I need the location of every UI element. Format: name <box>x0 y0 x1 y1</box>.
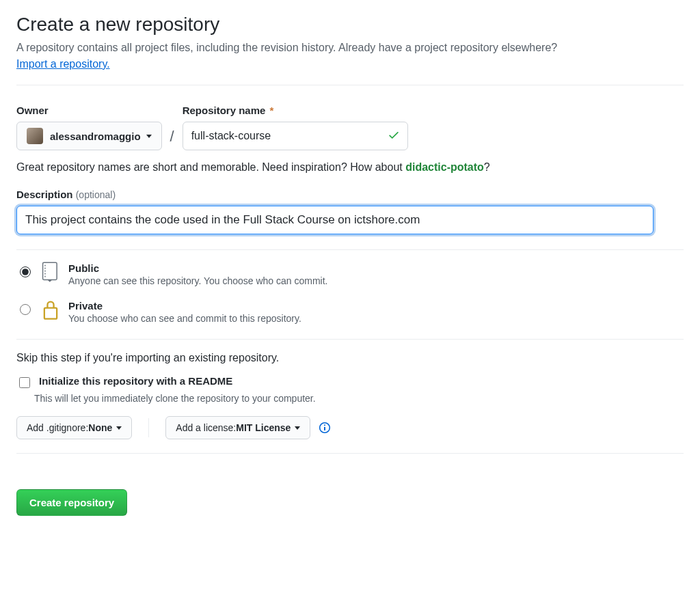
repo-name-label: Repository name * <box>183 105 408 116</box>
gitignore-prefix: Add .gitignore: <box>27 422 88 433</box>
repo-name-input[interactable] <box>183 122 408 150</box>
hint-prefix: Great repository names are short and mem… <box>16 161 405 173</box>
repo-public-icon <box>40 261 62 283</box>
visibility-private-radio[interactable] <box>20 304 31 315</box>
import-repository-link[interactable]: Import a repository. <box>16 58 110 70</box>
name-hint: Great repository names are short and mem… <box>16 161 684 174</box>
initialize-readme-checkbox[interactable] <box>19 377 30 388</box>
private-subtitle: You choose who can see and commit to thi… <box>68 313 301 324</box>
svg-point-5 <box>324 424 325 426</box>
owner-dropdown[interactable]: alessandromaggio <box>16 122 162 150</box>
skip-import-note: Skip this step if you're importing an ex… <box>16 352 684 364</box>
slash-separator: / <box>162 128 183 146</box>
gitignore-dropdown[interactable]: Add .gitignore: None <box>16 416 132 439</box>
public-title: Public <box>68 262 99 274</box>
create-repository-button[interactable]: Create repository <box>16 489 127 516</box>
required-star-icon: * <box>270 105 274 116</box>
check-icon <box>388 129 400 143</box>
avatar <box>27 128 43 144</box>
license-dropdown[interactable]: Add a license: MIT License <box>165 416 310 439</box>
divider <box>16 453 684 454</box>
public-subtitle: Anyone can see this repository. You choo… <box>68 275 328 286</box>
gitignore-value: None <box>88 422 112 433</box>
info-icon[interactable] <box>319 422 331 434</box>
description-label: Description (optional) <box>16 189 684 200</box>
repo-name-label-text: Repository name <box>183 105 266 116</box>
description-input[interactable] <box>16 206 654 234</box>
initialize-readme-sub: This will let you immediately clone the … <box>34 393 684 404</box>
license-value: MIT License <box>236 422 291 433</box>
owner-username: alessandromaggio <box>50 131 141 142</box>
chevron-down-icon <box>146 135 152 138</box>
optional-text: (optional) <box>76 189 116 200</box>
svg-rect-2 <box>44 308 57 319</box>
lock-icon <box>40 299 62 320</box>
page-title: Create a new repository <box>16 14 684 36</box>
divider <box>16 339 684 340</box>
hint-suffix: ? <box>484 161 490 173</box>
chevron-down-icon <box>116 426 122 430</box>
owner-label: Owner <box>16 105 162 116</box>
subtitle-text: A repository contains all project files,… <box>16 42 557 53</box>
initialize-readme-label: Initialize this repository with a README <box>39 375 232 387</box>
name-suggestion[interactable]: didactic-potato <box>405 161 484 173</box>
description-label-text: Description <box>16 189 73 200</box>
divider <box>148 418 149 437</box>
divider <box>16 249 684 250</box>
license-prefix: Add a license: <box>176 422 236 433</box>
chevron-down-icon <box>295 426 300 430</box>
page-subtitle: A repository contains all project files,… <box>16 40 684 72</box>
visibility-public-radio[interactable] <box>20 266 31 277</box>
private-title: Private <box>68 300 103 312</box>
divider <box>16 85 684 85</box>
